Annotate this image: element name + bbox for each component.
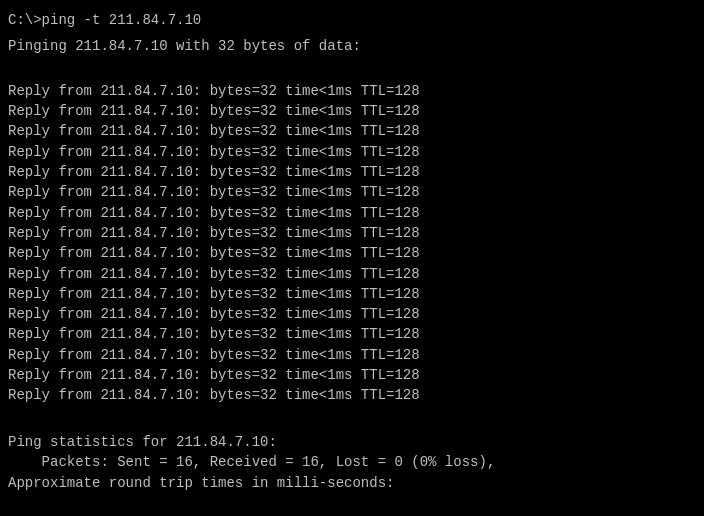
reply-line: Reply from 211.84.7.10: bytes=32 time<1m…	[8, 243, 696, 263]
reply-line: Reply from 211.84.7.10: bytes=32 time<1m…	[8, 324, 696, 344]
empty-line-1	[8, 61, 696, 81]
reply-line: Reply from 211.84.7.10: bytes=32 time<1m…	[8, 203, 696, 223]
command-line: C:\>ping -t 211.84.7.10	[8, 10, 696, 30]
reply-line: Reply from 211.84.7.10: bytes=32 time<1m…	[8, 121, 696, 141]
ping-header: Pinging 211.84.7.10 with 32 bytes of dat…	[8, 36, 696, 56]
reply-line: Reply from 211.84.7.10: bytes=32 time<1m…	[8, 81, 696, 101]
reply-lines: Reply from 211.84.7.10: bytes=32 time<1m…	[8, 81, 696, 406]
roundtrip-line: Approximate round trip times in milli-se…	[8, 473, 696, 493]
reply-line: Reply from 211.84.7.10: bytes=32 time<1m…	[8, 284, 696, 304]
empty-line-2	[8, 406, 696, 426]
packets-line: Packets: Sent = 16, Received = 16, Lost …	[8, 452, 696, 472]
stats-header: Ping statistics for 211.84.7.10:	[8, 432, 696, 452]
reply-line: Reply from 211.84.7.10: bytes=32 time<1m…	[8, 101, 696, 121]
reply-line: Reply from 211.84.7.10: bytes=32 time<1m…	[8, 182, 696, 202]
reply-line: Reply from 211.84.7.10: bytes=32 time<1m…	[8, 385, 696, 405]
reply-line: Reply from 211.84.7.10: bytes=32 time<1m…	[8, 162, 696, 182]
reply-line: Reply from 211.84.7.10: bytes=32 time<1m…	[8, 223, 696, 243]
reply-line: Reply from 211.84.7.10: bytes=32 time<1m…	[8, 142, 696, 162]
reply-line: Reply from 211.84.7.10: bytes=32 time<1m…	[8, 304, 696, 324]
reply-line: Reply from 211.84.7.10: bytes=32 time<1m…	[8, 365, 696, 385]
reply-line: Reply from 211.84.7.10: bytes=32 time<1m…	[8, 345, 696, 365]
reply-line: Reply from 211.84.7.10: bytes=32 time<1m…	[8, 264, 696, 284]
